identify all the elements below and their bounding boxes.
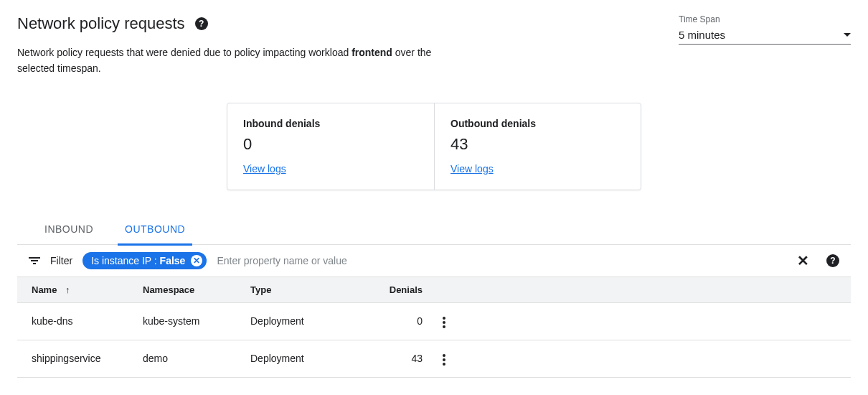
description-prefix: Network policy requests that were denied… — [17, 47, 352, 58]
dropdown-arrow-icon — [844, 33, 851, 37]
cell-name: shippingservice — [32, 353, 143, 364]
outbound-denials-value: 43 — [450, 135, 625, 154]
tabs: INBOUND OUTBOUND — [17, 216, 851, 245]
cell-type: Deployment — [250, 353, 365, 364]
row-actions-menu-icon[interactable] — [438, 312, 450, 333]
outbound-view-logs-link[interactable]: View logs — [450, 163, 494, 175]
table-header-row: Name ↑ Namespace Type Denials — [17, 276, 851, 303]
table-row: shippingservice demo Deployment 43 — [17, 340, 851, 378]
page-description: Network policy requests that were denied… — [17, 45, 462, 77]
filter-label: Filter — [50, 255, 72, 266]
col-header-name-label: Name — [32, 284, 57, 295]
chip-value: False — [160, 255, 186, 266]
filter-input[interactable] — [217, 255, 787, 266]
outbound-denials-card: Outbound denials 43 View logs — [434, 103, 641, 190]
denials-table: Name ↑ Namespace Type Denials kube-dns k… — [17, 276, 851, 378]
col-header-type[interactable]: Type — [250, 284, 365, 295]
cell-name: kube-dns — [32, 315, 143, 327]
cell-denials: 43 — [365, 353, 423, 364]
col-header-denials[interactable]: Denials — [365, 284, 423, 295]
tab-inbound[interactable]: INBOUND — [37, 216, 100, 246]
inbound-denials-value: 0 — [243, 135, 418, 154]
help-icon[interactable]: ? — [195, 17, 208, 30]
clear-filter-icon[interactable]: ✕ — [797, 252, 809, 269]
inbound-denials-title: Inbound denials — [243, 118, 418, 129]
row-actions-menu-icon[interactable] — [438, 350, 450, 370]
filter-bar: Filter Is instance IP : False ✕ ✕ ? — [17, 245, 851, 276]
description-workload: frontend — [352, 47, 392, 58]
cell-namespace: kube-system — [143, 315, 250, 327]
denials-cards: Inbound denials 0 View logs Outbound den… — [227, 103, 641, 190]
sort-ascending-icon: ↑ — [65, 284, 70, 295]
filter-chip[interactable]: Is instance IP : False ✕ — [82, 252, 207, 269]
chip-remove-icon[interactable]: ✕ — [191, 255, 202, 266]
col-header-namespace[interactable]: Namespace — [143, 284, 250, 295]
tab-outbound[interactable]: OUTBOUND — [118, 216, 192, 246]
timespan-value: 5 minutes — [679, 29, 725, 41]
col-header-name[interactable]: Name ↑ — [32, 284, 143, 295]
page-title: Network policy requests — [17, 14, 185, 33]
outbound-denials-title: Outbound denials — [450, 118, 625, 129]
cell-namespace: demo — [143, 353, 250, 364]
timespan-select[interactable]: 5 minutes — [679, 26, 851, 45]
filter-help-icon[interactable]: ? — [826, 254, 839, 267]
cell-denials: 0 — [365, 315, 423, 327]
inbound-denials-card: Inbound denials 0 View logs — [227, 103, 434, 190]
cell-type: Deployment — [250, 315, 365, 327]
chip-key: Is instance IP : — [91, 255, 159, 266]
filter-icon — [29, 257, 40, 264]
timespan-label: Time Span — [679, 14, 851, 24]
inbound-view-logs-link[interactable]: View logs — [243, 163, 286, 175]
table-row: kube-dns kube-system Deployment 0 — [17, 303, 851, 340]
